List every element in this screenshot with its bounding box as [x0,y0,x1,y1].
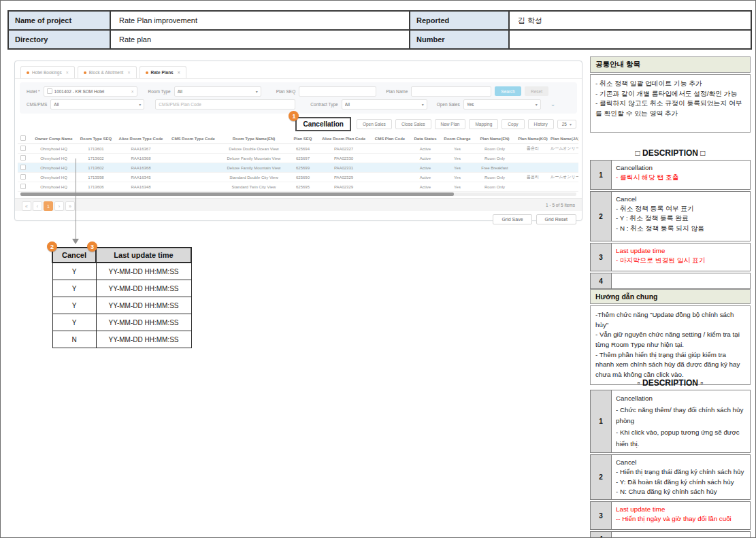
notice-line: - Vẫn giữ nguyên chức năng setting / kiể… [595,330,745,350]
pager-first-button[interactable]: « [22,201,31,211]
mapping-button[interactable]: Mapping [469,119,498,129]
grid-cell: PAA02329 [317,182,370,192]
description-row-body: Cancel- 취소 정책 등록 여부 표기- Y : 취소 정책 등록 완료-… [612,192,750,241]
open-sales-select[interactable]: Yes ▾ [463,99,541,110]
description-line: Cancel [616,195,746,204]
scrollbar-thumb[interactable] [20,192,454,196]
grid-cell: Free Breakfast [474,163,516,173]
annotation-badge-3: 3 [87,241,97,252]
description-row-body: Last update time-- Hiển thị ngày và giờ … [612,502,750,529]
description-line: Cancel [616,458,746,467]
pager-last-button[interactable]: » [65,201,75,211]
grid-cell: Yes [441,173,474,182]
close-icon[interactable]: × [127,70,130,75]
grid-cell [167,173,219,182]
grid-cell [167,154,219,163]
description-row-body: Last update time- 마지막으로 변경된 일시 표기 [612,243,750,271]
grid-row[interactable]: Ohmyhotel HQ1713602RAA16368Deluxe Family… [18,163,578,173]
grid-cell: Deluxe Family Mountain View [219,154,289,163]
plan-seq-input[interactable] [299,86,376,97]
description-row: 3Last update time- 마지막으로 변경된 일시 표기 [590,243,751,271]
grid-col-header [18,133,30,144]
grid-row[interactable]: Ohmyhotel HQ1713598RAA16345Standard Doub… [18,173,578,182]
cancel-table-cell: Y [52,314,96,331]
cancel-table-wrap: 2 3 CancelLast update timeYYY-MM-DD HH:M… [52,247,192,348]
page-size-value: 25 [562,122,567,127]
grid-reset-button[interactable]: Grid Reset [536,214,576,224]
reset-button[interactable]: Reset [525,86,548,96]
grid-cell: RAA16345 [114,173,167,182]
tab-rate-plans[interactable]: Rate Plans× [139,66,186,78]
cmspms-label: CMS/PMS [27,102,47,107]
grid-row[interactable]: Ohmyhotel HQ1713601RAA16367Deluxe Double… [18,144,578,154]
collapse-chevron-icon[interactable]: ⌄ [550,102,556,106]
app-screenshot: Hotel Bookings×Block & Allotment×Rate Pl… [14,61,582,221]
close-icon[interactable]: × [178,70,180,75]
dropdown-arrow-icon: ▾ [422,102,424,107]
search-button[interactable]: Search [495,86,521,96]
checkbox-icon[interactable] [20,174,26,180]
pager-next-button[interactable]: › [54,201,64,211]
description-line: - Y: Đã hoàn tất đăng ký chính sách hủy [616,477,746,487]
hotel-select[interactable]: 1001402 - KR SOM Hotel × [44,86,137,97]
grid-cell: RAA16348 [114,182,167,192]
plan-name-label: Plan Name [386,89,408,94]
cmspms-select[interactable]: All ▾ [50,99,144,110]
history-button[interactable]: History [528,119,554,129]
hotel-value: 1001402 - KR SOM Hotel [54,89,129,94]
pager-prev-button[interactable]: ‹ [33,201,42,211]
grid-cell: Ohmyhotel HQ [30,154,78,163]
notice-line: - 클릭하지 않고도 취소 규정이 등록되었는지 여부를 확인할 수 있는 영역… [595,99,745,118]
close-icon[interactable]: × [66,70,69,75]
copy-button[interactable]: Copy [502,119,524,129]
plan-name-input[interactable] [411,86,491,97]
description-row: 4 [590,273,751,289]
grid-cell: RAA16368 [114,154,167,163]
grid-cell: Room Only [474,154,516,163]
grid-cell [167,163,219,173]
dropdown-arrow-icon: ▾ [570,122,572,127]
tab-block-allotment[interactable]: Block & Allotment× [78,66,137,78]
grid-col-header: Room Type Name(EN) [219,133,289,144]
grid-cell: Ohmyhotel HQ [30,144,78,154]
grid-row[interactable]: Ohmyhotel HQ1713606RAA16348Standard Twin… [18,182,578,192]
checkbox-icon[interactable] [20,165,26,170]
cancel-table-row: YYY-MM-DD HH:MM:SS [52,280,191,297]
grid-save-button[interactable]: Grid Save [493,214,531,224]
grid-row[interactable]: Ohmyhotel HQ1713602RAA16368Deluxe Family… [18,154,578,163]
close-sales-button[interactable]: Close Sales [395,119,431,129]
grid-cell [550,163,578,173]
checkbox-icon[interactable] [20,135,26,141]
pager-info: 1 - 5 of 5 items [546,203,575,207]
cancellation-annotation: 1 Cancellation [295,117,350,131]
cms-plan-code-input[interactable]: CMS/PMS Plan Code [155,99,295,110]
open-sales-button[interactable]: Open Sales [357,119,392,129]
grid-cell: Ohmyhotel HQ [30,173,78,182]
description-row: 4 [590,531,751,538]
project-header-table: Name of project Rate Plan improvement Re… [7,10,752,50]
room-type-select[interactable]: All ▾ [174,86,261,97]
description-row-number: 4 [591,532,612,538]
checkbox-icon[interactable] [20,155,26,161]
description1-table: 1Cancellation- 클릭시 해당 탭 호출2Cancel- 취소 정책… [590,160,751,290]
contract-type-select[interactable]: All ▾ [342,99,427,110]
description-row-body [612,273,750,288]
horizontal-scrollbar[interactable] [20,192,576,196]
pager-controls: «‹1›» [22,199,76,212]
checkbox-icon[interactable] [20,146,26,151]
grid-cell: Yes [441,163,474,173]
grid-cell: ルームオンリー [550,144,578,154]
new-plan-button[interactable]: New Plan [435,119,466,129]
page-size-select[interactable]: 25 ▾ [557,120,576,129]
checkbox-icon[interactable] [20,184,26,189]
tab-hotel-bookings[interactable]: Hotel Bookings× [20,66,75,78]
description-line: Last update time [616,505,746,514]
grid-cell: Active [410,182,441,192]
grid-cell: 룸온리 [516,144,550,154]
cancel-table-cell: YY-MM-DD HH:MM:SS [96,331,191,348]
checkbox-icon[interactable] [47,88,52,94]
cancellation-button[interactable]: Cancellation [295,117,350,131]
pager-page-button[interactable]: 1 [44,201,53,211]
clear-icon[interactable]: × [131,89,134,94]
description-row-body: Cancel- Hiển thị trạng thái đăng ký chín… [612,455,750,499]
